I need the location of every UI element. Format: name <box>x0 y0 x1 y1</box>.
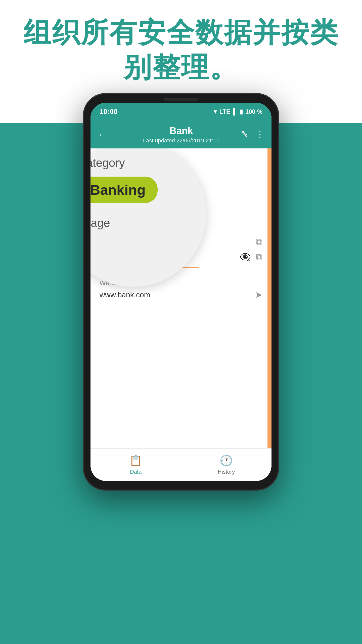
content-area: ✎ Category Banking Image Daten zur WLAN-… <box>90 148 272 448</box>
status-time: 10:00 <box>100 108 118 116</box>
nav-item-data[interactable]: 📋 Data <box>90 454 181 475</box>
data-nav-label: Data <box>130 469 142 475</box>
phone-screen: 10:00 ▾ LTE ▌ ▮ 100 % ← Bank Last update… <box>90 103 272 481</box>
more-button[interactable]: ⋮ <box>255 129 264 140</box>
image-copy-icon[interactable]: ⧉ <box>256 236 262 248</box>
toolbar-title: Bank <box>122 126 241 136</box>
status-bar: 10:00 ▾ LTE ▌ ▮ 100 % <box>90 103 272 121</box>
edit-button[interactable]: ✎ <box>241 129 248 140</box>
website-value: www.bank.com <box>100 291 150 299</box>
website-divider <box>100 305 262 305</box>
toolbar-action-icons: ✎ ⋮ <box>241 129 264 140</box>
copy-password-icon[interactable]: ⧉ <box>256 252 262 262</box>
history-nav-label: History <box>218 469 235 475</box>
toolbar-title-area: Bank Last updated 22/06/2019 21:10 <box>107 126 241 144</box>
signal-bars-icon: ▌ <box>233 108 237 115</box>
wifi-icon: ▾ <box>214 108 217 115</box>
history-nav-icon: 🕐 <box>220 454 233 467</box>
website-row: www.bank.com ➤ <box>100 290 262 305</box>
back-button[interactable]: ← <box>98 129 107 140</box>
category-label: Category <box>90 156 189 170</box>
data-nav-icon: 📋 <box>129 454 142 467</box>
signal-label: LTE <box>219 108 230 115</box>
battery-icon: ▮ <box>240 108 243 115</box>
phone-speaker <box>163 98 199 101</box>
banking-badge: Banking <box>90 177 158 203</box>
eye-icon[interactable]: 👁‍🗨 <box>240 252 251 262</box>
page-title: 组织所有安全数据并按类别整理。 <box>20 15 342 84</box>
image-label: Image <box>90 216 189 230</box>
battery-level: 100 % <box>245 108 262 115</box>
bottom-nav: 📋 Data 🕐 History <box>90 448 272 481</box>
open-link-icon[interactable]: ➤ <box>255 290 262 300</box>
status-icons: ▾ LTE ▌ ▮ 100 % <box>214 108 262 115</box>
phone-mockup: 10:00 ▾ LTE ▌ ▮ 100 % ← Bank Last update… <box>83 93 279 491</box>
app-toolbar: ← Bank Last updated 22/06/2019 21:10 ✎ ⋮ <box>90 121 272 148</box>
toolbar-subtitle: Last updated 22/06/2019 21:10 <box>122 137 241 144</box>
nav-item-history[interactable]: 🕐 History <box>181 454 272 475</box>
